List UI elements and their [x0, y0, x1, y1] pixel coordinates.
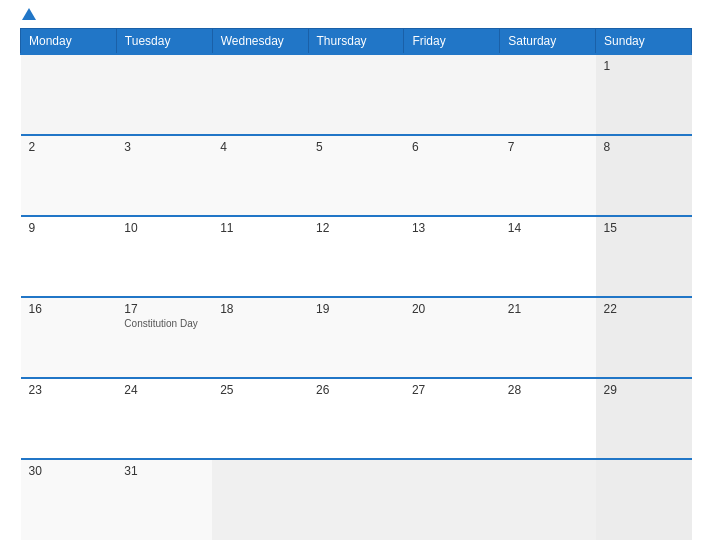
calendar-header — [20, 10, 692, 22]
day-number: 22 — [604, 302, 684, 316]
logo-triangle-icon — [22, 8, 36, 20]
calendar-day-cell: 27 — [404, 378, 500, 459]
calendar-day-cell: 8 — [596, 135, 692, 216]
calendar-day-cell — [212, 459, 308, 540]
calendar-day-cell: 31 — [116, 459, 212, 540]
calendar-day-cell: 16 — [21, 297, 117, 378]
weekday-header-saturday: Saturday — [500, 29, 596, 55]
calendar-day-cell — [500, 459, 596, 540]
calendar-day-cell — [596, 459, 692, 540]
day-number: 15 — [604, 221, 684, 235]
calendar-day-cell: 9 — [21, 216, 117, 297]
calendar-day-cell: 29 — [596, 378, 692, 459]
calendar-week-row: 1617Constitution Day1819202122 — [21, 297, 692, 378]
calendar-week-row: 1 — [21, 54, 692, 135]
calendar-day-cell — [212, 54, 308, 135]
day-number: 25 — [220, 383, 300, 397]
calendar-day-cell: 14 — [500, 216, 596, 297]
day-number: 10 — [124, 221, 204, 235]
day-number: 17 — [124, 302, 204, 316]
weekday-header-monday: Monday — [21, 29, 117, 55]
weekday-header-row: MondayTuesdayWednesdayThursdayFridaySatu… — [21, 29, 692, 55]
calendar-day-cell: 17Constitution Day — [116, 297, 212, 378]
weekday-header-sunday: Sunday — [596, 29, 692, 55]
calendar-day-cell: 2 — [21, 135, 117, 216]
calendar-day-cell: 6 — [404, 135, 500, 216]
calendar-day-cell: 18 — [212, 297, 308, 378]
calendar-day-cell: 15 — [596, 216, 692, 297]
day-number: 1 — [604, 59, 684, 73]
day-number: 27 — [412, 383, 492, 397]
calendar-day-cell: 26 — [308, 378, 404, 459]
day-number: 12 — [316, 221, 396, 235]
day-number: 23 — [29, 383, 109, 397]
day-number: 8 — [604, 140, 684, 154]
day-number: 28 — [508, 383, 588, 397]
day-number: 19 — [316, 302, 396, 316]
calendar-day-cell: 4 — [212, 135, 308, 216]
calendar-day-cell: 24 — [116, 378, 212, 459]
day-number: 11 — [220, 221, 300, 235]
calendar-day-cell: 1 — [596, 54, 692, 135]
calendar-day-cell: 5 — [308, 135, 404, 216]
calendar-table: MondayTuesdayWednesdayThursdayFridaySatu… — [20, 28, 692, 540]
calendar-day-cell: 19 — [308, 297, 404, 378]
calendar-week-row: 9101112131415 — [21, 216, 692, 297]
calendar-day-cell — [308, 459, 404, 540]
calendar-day-cell: 25 — [212, 378, 308, 459]
day-number: 20 — [412, 302, 492, 316]
weekday-header-tuesday: Tuesday — [116, 29, 212, 55]
day-number: 18 — [220, 302, 300, 316]
weekday-header-thursday: Thursday — [308, 29, 404, 55]
day-number: 2 — [29, 140, 109, 154]
calendar-day-cell — [500, 54, 596, 135]
day-number: 6 — [412, 140, 492, 154]
calendar-day-cell: 7 — [500, 135, 596, 216]
day-number: 16 — [29, 302, 109, 316]
calendar-day-cell: 30 — [21, 459, 117, 540]
calendar-day-cell: 10 — [116, 216, 212, 297]
day-number: 9 — [29, 221, 109, 235]
calendar-day-cell: 28 — [500, 378, 596, 459]
day-number: 13 — [412, 221, 492, 235]
calendar-week-row: 23242526272829 — [21, 378, 692, 459]
day-number: 21 — [508, 302, 588, 316]
calendar-week-row: 3031 — [21, 459, 692, 540]
calendar-day-cell — [404, 54, 500, 135]
day-number: 5 — [316, 140, 396, 154]
calendar-day-cell — [21, 54, 117, 135]
weekday-header-friday: Friday — [404, 29, 500, 55]
calendar-day-cell — [116, 54, 212, 135]
calendar-day-cell: 22 — [596, 297, 692, 378]
day-number: 26 — [316, 383, 396, 397]
day-number: 24 — [124, 383, 204, 397]
calendar-day-cell: 13 — [404, 216, 500, 297]
calendar-day-cell — [404, 459, 500, 540]
calendar-day-cell: 12 — [308, 216, 404, 297]
day-number: 14 — [508, 221, 588, 235]
weekday-header-wednesday: Wednesday — [212, 29, 308, 55]
day-number: 31 — [124, 464, 204, 478]
day-number: 30 — [29, 464, 109, 478]
calendar-day-cell: 21 — [500, 297, 596, 378]
calendar-day-cell: 11 — [212, 216, 308, 297]
logo — [20, 10, 36, 22]
calendar-day-cell — [308, 54, 404, 135]
calendar-day-cell: 20 — [404, 297, 500, 378]
day-number: 3 — [124, 140, 204, 154]
calendar-week-row: 2345678 — [21, 135, 692, 216]
day-number: 4 — [220, 140, 300, 154]
holiday-label: Constitution Day — [124, 318, 204, 329]
calendar-day-cell: 3 — [116, 135, 212, 216]
day-number: 7 — [508, 140, 588, 154]
day-number: 29 — [604, 383, 684, 397]
calendar-day-cell: 23 — [21, 378, 117, 459]
